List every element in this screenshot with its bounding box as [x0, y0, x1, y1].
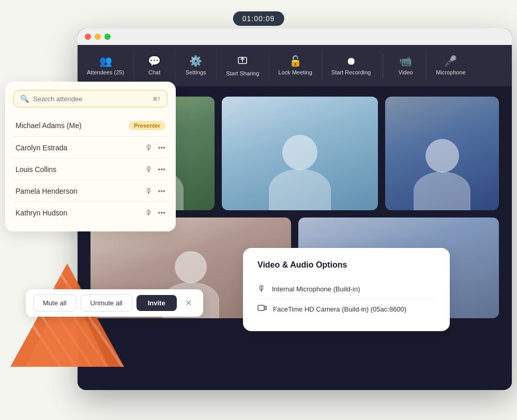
- toolbar-start-sharing[interactable]: Start Sharing: [217, 50, 269, 82]
- chat-icon: 💬: [148, 56, 161, 66]
- mute-all-button[interactable]: Mute all: [33, 294, 77, 312]
- window-chrome: [78, 28, 512, 45]
- more-icon-louis[interactable]: •••: [158, 165, 165, 174]
- video-tile-2: [222, 97, 378, 210]
- attendee-item-carolyn: Carolyn Estrada 🎙 •••: [13, 137, 168, 159]
- microphone-icon: 🎤: [444, 56, 457, 66]
- microphone-option-text: Internal Microphone (Build-in): [272, 285, 360, 293]
- attendee-list: Michael Adams (Me) Presenter Carolyn Est…: [13, 115, 168, 223]
- video-tile-3: [385, 97, 499, 210]
- presenter-badge: Presenter: [129, 121, 165, 130]
- attendee-name-louis: Louis Collins: [16, 165, 145, 174]
- search-icon: 🔍: [20, 95, 29, 103]
- video-label: Video: [399, 69, 413, 75]
- invite-button[interactable]: Invite: [136, 295, 177, 311]
- person-3-photo: [385, 97, 499, 210]
- close-action-bar-button[interactable]: ✕: [181, 296, 196, 310]
- attendee-item-louis: Louis Collins 🎙 •••: [13, 159, 168, 180]
- mic-icon-kathryn[interactable]: 🎙: [145, 208, 153, 217]
- toolbar-microphone[interactable]: 🎤 Microphone: [427, 51, 475, 81]
- mic-icon-pamela[interactable]: 🎙: [145, 186, 153, 195]
- timer-display: 01:00:09: [233, 11, 284, 26]
- attendee-name-pamela: Pamela Henderson: [16, 187, 145, 195]
- more-icon-kathryn[interactable]: •••: [158, 209, 165, 217]
- toolbar: 👥 Attendees (25) 💬 Chat ⚙️ Settings Star…: [78, 45, 512, 86]
- attendee-item-pamela: Pamela Henderson 🎙 •••: [13, 180, 168, 202]
- minimize-window-button[interactable]: [95, 34, 101, 40]
- sort-icon[interactable]: ≡↑: [153, 95, 161, 103]
- audio-options-panel: Video & Audio Options 🎙 Internal Microph…: [243, 248, 450, 331]
- toolbar-lock-meeting[interactable]: 🔓 Lock Meeting: [269, 51, 322, 81]
- audio-panel-title: Video & Audio Options: [257, 260, 435, 270]
- toolbar-attendees[interactable]: 👥 Attendees (25): [78, 51, 134, 81]
- camera-option-icon: [257, 304, 267, 314]
- toolbar-chat[interactable]: 💬 Chat: [134, 51, 175, 81]
- attendee-name-carolyn: Carolyn Estrada: [16, 144, 145, 152]
- toolbar-start-recording[interactable]: ⏺ Start Recording: [322, 51, 381, 81]
- settings-label: Settings: [186, 69, 206, 75]
- sharing-icon: [237, 55, 248, 67]
- svg-rect-14: [258, 305, 264, 310]
- search-input[interactable]: [33, 95, 149, 103]
- lock-icon: 🔓: [289, 56, 302, 66]
- more-icon-pamela[interactable]: •••: [158, 187, 165, 195]
- camera-option-text: FaceTime HD Camera (Build-in) (05ac:8600…: [273, 305, 406, 313]
- recording-icon: ⏺: [346, 56, 356, 66]
- attendee-name-kathryn: Kathryn Hudson: [16, 209, 145, 217]
- attendee-name-michael: Michael Adams (Me): [16, 121, 125, 130]
- chat-label: Chat: [148, 69, 160, 75]
- toolbar-separator: [383, 53, 383, 79]
- microphone-label: Microphone: [436, 69, 465, 75]
- lock-label: Lock Meeting: [278, 69, 312, 75]
- mic-icon-louis[interactable]: 🎙: [145, 165, 153, 174]
- unmute-all-button[interactable]: Unmute all: [81, 294, 132, 312]
- microphone-option-icon: 🎙: [257, 284, 266, 293]
- toolbar-video[interactable]: 📹 Video: [385, 51, 427, 81]
- action-bar: Mute all Unmute all Invite ✕: [26, 289, 203, 317]
- search-bar: 🔍 ≡↑: [13, 90, 168, 107]
- attendees-icon: 👥: [99, 56, 112, 66]
- close-window-button[interactable]: [85, 34, 91, 40]
- recording-label: Start Recording: [331, 69, 371, 75]
- maximize-window-button[interactable]: [104, 34, 111, 40]
- person-2-photo: [222, 97, 378, 210]
- mic-icon-carolyn[interactable]: 🎙: [145, 143, 153, 152]
- attendees-panel: 🔍 ≡↑ Michael Adams (Me) Presenter Caroly…: [5, 82, 176, 231]
- attendee-item-michael: Michael Adams (Me) Presenter: [13, 115, 168, 137]
- sharing-label: Start Sharing: [226, 70, 259, 76]
- audio-option-microphone: 🎙 Internal Microphone (Build-in): [257, 279, 435, 299]
- video-icon: 📹: [399, 56, 412, 66]
- attendees-label: Attendees (25): [87, 69, 124, 75]
- settings-icon: ⚙️: [189, 56, 202, 66]
- audio-option-camera: FaceTime HD Camera (Build-in) (05ac:8600…: [257, 299, 435, 319]
- toolbar-settings[interactable]: ⚙️ Settings: [175, 51, 217, 81]
- more-icon-carolyn[interactable]: •••: [158, 144, 165, 152]
- attendee-item-kathryn: Kathryn Hudson 🎙 •••: [13, 202, 168, 223]
